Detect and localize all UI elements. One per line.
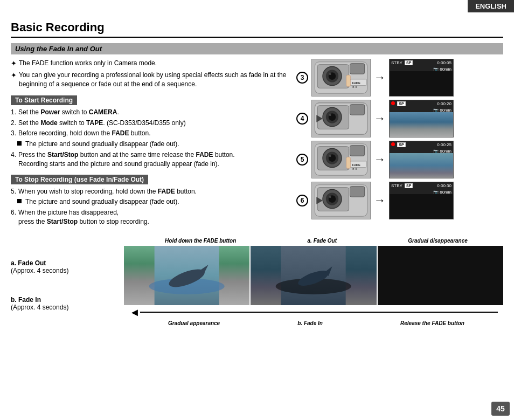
svg-rect-6	[350, 64, 365, 74]
screen-image-4	[390, 112, 453, 137]
fade-images-row	[124, 246, 503, 305]
screen-image-3	[390, 71, 453, 96]
svg-rect-17	[350, 105, 365, 115]
camera-thumb-5: FADE ►II	[311, 141, 371, 178]
fade-top-labels: Hold down the FADE button a. Fade Out Gr…	[124, 238, 503, 244]
sub-header-stop: To Stop Recording (use Fade In/Fade Out)	[11, 175, 148, 184]
screen-5: SP 0:00:25 📷 60min	[389, 141, 454, 178]
screen-image-6	[390, 194, 453, 219]
svg-rect-37	[350, 187, 365, 197]
camera-svg-6	[312, 182, 370, 219]
svg-rect-26	[350, 146, 365, 156]
svg-text:FADE: FADE	[352, 163, 360, 167]
arrow-5: →	[374, 153, 386, 167]
camera-thumb-6	[311, 182, 371, 219]
svg-point-25	[329, 155, 331, 157]
arrow-4: →	[374, 112, 386, 126]
fade-img-2	[251, 246, 376, 305]
bullet-symbol: ✦	[11, 59, 17, 68]
svg-point-36	[329, 196, 331, 198]
fade-b-label-item: b. Fade In (Approx. 4 seconds)	[11, 296, 124, 311]
dolphin-scene-4	[390, 112, 453, 137]
fade-bottom-label-1: Gradual appearance	[168, 320, 220, 326]
sub-text: The picture and sound gradually disappea…	[25, 140, 179, 149]
camera-svg-4	[312, 100, 370, 137]
screen-time-3: 0:00:05	[437, 60, 452, 65]
step-text: Before recording, hold down the FADE but…	[18, 129, 151, 138]
square-bullet	[17, 199, 22, 203]
screen-status-3: STBY SP	[391, 60, 414, 65]
step-num: 3.	[11, 129, 16, 138]
fade-bottom-label-3: Release the FADE button	[400, 320, 464, 326]
screen-status-5: SP	[391, 142, 407, 147]
svg-text:►II: ►II	[352, 85, 357, 88]
screen-time-4: 0:00:20	[437, 101, 452, 106]
section-header: Using the Fade In and Out	[11, 43, 503, 54]
dolphin-svg-2	[251, 246, 376, 305]
bullet-text-2: You can give your recording a profession…	[19, 71, 291, 89]
diagram-row-5: 5 FADE ►II	[296, 141, 496, 178]
wave-scene-5	[390, 153, 453, 178]
fade-top-label-2: a. Fade Out	[308, 238, 337, 244]
step-num: 5.	[11, 187, 16, 196]
screen-time-6: 0:00:30	[437, 183, 452, 188]
step-5-sub: The picture and sound gradually disappea…	[11, 197, 291, 206]
screen-6: STBY SP 0:00:30 📷 60min	[389, 182, 454, 219]
fade-arrow-line	[140, 312, 498, 313]
step-circle-6: 6	[296, 195, 308, 206]
screen-status-4: SP	[391, 101, 407, 106]
svg-text:►II: ►II	[352, 167, 357, 170]
page-number: 45	[491, 402, 510, 416]
fade-a-label-item: a. Fade Out (Approx. 4 seconds)	[11, 259, 124, 274]
svg-point-16	[329, 114, 331, 116]
fade-section: a. Fade Out (Approx. 4 seconds) b. Fade …	[11, 238, 503, 327]
diagram-row-3: 3 FADE	[296, 59, 496, 97]
svg-rect-30	[346, 157, 351, 168]
page-title: Basic Recording	[11, 20, 503, 38]
screen-3: STBY SP 0:00:05 📷 60min	[389, 59, 454, 97]
step-circle-4: 4	[296, 113, 308, 125]
fade-top-label-3: Gradual disappearance	[408, 238, 468, 244]
step-text: Set the Mode switch to TAPE. (SC-D353/D3…	[18, 119, 186, 128]
square-bullet	[17, 141, 22, 146]
step-num: 2.	[11, 119, 16, 128]
fade-b-title: b. Fade In	[11, 296, 124, 304]
diagram-row-6: 6 → STBY SP 0:00:30	[296, 182, 496, 219]
camera-thumb-4	[311, 100, 371, 137]
sub-text: The picture and sound gradually disappea…	[25, 197, 179, 206]
stop-steps: 5. When you wish to stop recording, hold…	[11, 187, 291, 226]
step-5: 5. When you wish to stop recording, hold…	[11, 187, 291, 196]
step-circle-5: 5	[296, 154, 308, 166]
left-col: ✦ The FADE function works only in Camera…	[11, 59, 291, 228]
arrow-6: →	[374, 194, 386, 208]
sub-header-start: To Start Recording	[11, 95, 77, 105]
step-3-sub: The picture and sound gradually disappea…	[11, 140, 291, 149]
bullet-text-1: The FADE function works only in Camera m…	[19, 59, 157, 68]
main-content: Basic Recording Using the Fade In and Ou…	[0, 15, 514, 338]
svg-text:FADE: FADE	[352, 81, 360, 85]
fade-img-3	[378, 246, 503, 305]
step-num: 1.	[11, 108, 16, 117]
start-steps: 1. Set the Power switch to CAMERA. 2. Se…	[11, 108, 291, 169]
step-num: 6.	[11, 208, 16, 226]
diagram-row-4: 4 →	[296, 100, 496, 137]
dolphin-svg-1	[124, 246, 249, 305]
fade-a-title: a. Fade Out	[11, 259, 124, 267]
step-text: Press the Start/Stop button and at the s…	[18, 150, 235, 169]
fade-top-label-1: Hold down the FADE button	[165, 238, 236, 244]
fade-img-1	[124, 246, 249, 305]
step-6: 6. When the picture has disappeared,pres…	[11, 208, 291, 226]
screen-time-5: 0:00:25	[437, 142, 452, 147]
bullet-symbol-2: ✦	[11, 71, 17, 89]
step-2: 2. Set the Mode switch to TAPE. (SC-D353…	[11, 119, 291, 128]
step-1: 1. Set the Power switch to CAMERA.	[11, 108, 291, 117]
dark-scene-6	[390, 194, 453, 219]
english-badge: ENGLISH	[468, 0, 514, 12]
arrow-3: →	[374, 71, 386, 85]
bullet-2: ✦ You can give your recording a professi…	[11, 71, 291, 89]
fade-bottom-labels: Gradual appearance b. Fade In Release th…	[124, 320, 503, 326]
fade-a-sub: (Approx. 4 seconds)	[11, 267, 124, 274]
screen-4: SP 0:00:20 📷 60min	[389, 100, 454, 137]
fade-arrow-row: ◄	[124, 306, 503, 319]
step-text: When you wish to stop recording, hold do…	[18, 187, 197, 196]
